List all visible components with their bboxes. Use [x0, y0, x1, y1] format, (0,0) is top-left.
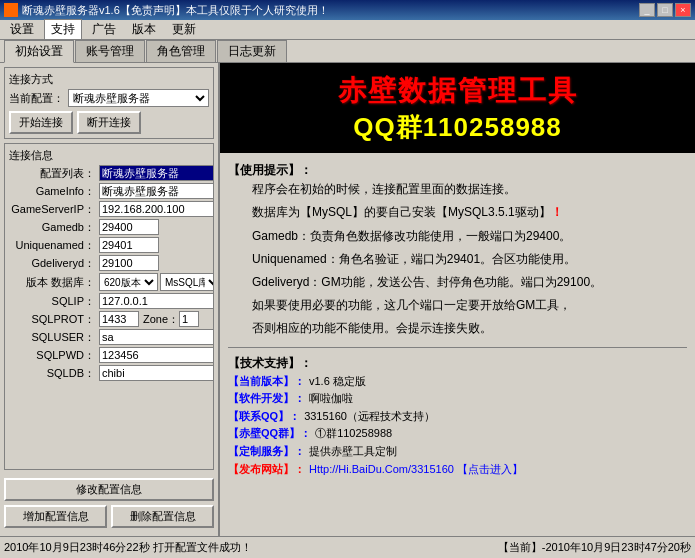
uniquenamed-value[interactable] — [99, 237, 159, 253]
version-row: 版本 数据库： 620版本 530版本 MsSQL库 MySQL库 — [9, 273, 209, 291]
gameserverip-label: GameServerIP： — [9, 202, 99, 217]
gameserverip-value[interactable] — [99, 201, 214, 217]
tip-para7: 否则相应的功能不能使用。会提示连接失败。 — [228, 319, 687, 338]
connection-title: 连接方式 — [9, 72, 209, 87]
config-dropdown[interactable]: 断魂赤壁服务器 — [68, 89, 209, 107]
zone-label: Zone： — [143, 312, 179, 327]
support-row-1: 【软件开发】： 啊啦伽啦 — [228, 390, 687, 408]
menu-support[interactable]: 支持 — [44, 19, 82, 40]
menu-version[interactable]: 版本 — [126, 20, 162, 39]
info-box: 连接信息 配置列表： GameInfo： GameServerIP： Gamed… — [4, 143, 214, 470]
gamedb-value[interactable] — [99, 219, 159, 235]
version-select[interactable]: 620版本 530版本 — [99, 273, 158, 291]
sqlprot-value[interactable] — [99, 311, 139, 327]
tab-initial[interactable]: 初始设置 — [4, 40, 74, 63]
usage-tips-title: 【使用提示】： — [228, 163, 312, 177]
support-row-2: 【联系QQ】： 3315160（远程技术支持） — [228, 408, 687, 426]
status-bar: 2010年10月9日23时46分22秒 打开配置文件成功！ 【当前】-2010年… — [0, 536, 695, 558]
gamedb-label: Gamedb： — [9, 220, 99, 235]
sqldb-value[interactable] — [99, 365, 214, 381]
uniquenamed-label: Uniquenamed： — [9, 238, 99, 253]
connect-button[interactable]: 开始连接 — [9, 111, 73, 134]
maximize-button[interactable]: □ — [657, 3, 673, 17]
tip-para5: Gdeliveryd：GM功能，发送公告、封停角色功能。端口为29100。 — [228, 273, 687, 292]
divider — [228, 347, 687, 348]
menu-update[interactable]: 更新 — [166, 20, 202, 39]
connection-box: 连接方式 当前配置： 断魂赤壁服务器 开始连接 断开连接 — [4, 67, 214, 139]
gameserverip-row: GameServerIP： — [9, 201, 209, 217]
sqlpwd-row: SQLPWD： — [9, 347, 209, 363]
sqlpwd-label: SQLPWD： — [9, 348, 99, 363]
add-delete-row: 增加配置信息 删除配置信息 — [4, 505, 214, 528]
main-content: 连接方式 当前配置： 断魂赤壁服务器 开始连接 断开连接 连接信息 配置列表： … — [0, 62, 695, 536]
app-icon — [4, 3, 18, 17]
menu-settings[interactable]: 设置 — [4, 20, 40, 39]
gameinfo-row: GameInfo： — [9, 183, 209, 199]
db-select[interactable]: MsSQL库 MySQL库 — [160, 273, 214, 291]
tip-para2: 数据库为【MySQL】的要自己安装【MySQL3.5.1驱动】！ — [228, 203, 687, 222]
sqluser-row: SQLUSER： — [9, 329, 209, 345]
tab-bar: 初始设置 账号管理 角色管理 日志更新 — [0, 40, 695, 62]
banner: 赤壁数据管理工具 QQ群110258988 — [220, 63, 695, 153]
sqlprot-label: SQLPROT： — [9, 312, 99, 327]
gamedb-row: Gamedb： — [9, 219, 209, 235]
sqluser-label: SQLUSER： — [9, 330, 99, 345]
gameinfo-value[interactable] — [99, 183, 214, 199]
info-title: 连接信息 — [9, 148, 209, 163]
config-list-row: 配置列表： — [9, 165, 209, 181]
sqlip-label: SQLIP： — [9, 294, 99, 309]
tech-support-title: 【技术支持】： — [228, 354, 687, 373]
support-value-4: 提供赤壁工具定制 — [309, 443, 397, 461]
config-list-label: 配置列表： — [9, 166, 99, 181]
status-right: 【当前】-2010年10月9日23时47分20秒 — [498, 540, 691, 555]
support-label-0: 【当前版本】： — [228, 373, 305, 391]
zone-value[interactable] — [179, 311, 199, 327]
add-config-button[interactable]: 增加配置信息 — [4, 505, 107, 528]
usage-tips: 【使用提示】： 程序会在初始的时候，连接配置里面的数据连接。 数据库为【MySQ… — [228, 161, 687, 339]
right-panel: 赤壁数据管理工具 QQ群110258988 【使用提示】： 程序会在初始的时候，… — [220, 63, 695, 536]
sqlip-value[interactable] — [99, 293, 214, 309]
menu-ad[interactable]: 广告 — [86, 20, 122, 39]
delete-config-button[interactable]: 删除配置信息 — [111, 505, 214, 528]
support-label-3: 【赤壁QQ群】： — [228, 425, 311, 443]
sqlprot-row: SQLPROT： Zone： — [9, 311, 209, 327]
support-label-5: 【发布网站】： — [228, 461, 305, 479]
sqluser-value[interactable] — [99, 329, 214, 345]
tab-account[interactable]: 账号管理 — [75, 40, 145, 62]
tip-para3: Gamedb：负责角色数据修改功能使用，一般端口为29400。 — [228, 227, 687, 246]
support-value-2: 3315160（远程技术支持） — [304, 408, 435, 426]
support-value-0: v1.6 稳定版 — [309, 373, 366, 391]
support-label-1: 【软件开发】： — [228, 390, 305, 408]
support-row-0: 【当前版本】： v1.6 稳定版 — [228, 373, 687, 391]
gdeliveryd-label: Gdeliveryd： — [9, 256, 99, 271]
uniquenamed-row: Uniquenamed： — [9, 237, 209, 253]
connect-btns: 开始连接 断开连接 — [9, 111, 209, 134]
gameinfo-label: GameInfo： — [9, 184, 99, 199]
version-label: 版本 数据库： — [9, 275, 99, 290]
tab-log[interactable]: 日志更新 — [217, 40, 287, 62]
sqlip-row: SQLIP： — [9, 293, 209, 309]
minimize-button[interactable]: _ — [639, 3, 655, 17]
support-row-4: 【定制服务】： 提供赤壁工具定制 — [228, 443, 687, 461]
tip-para1: 程序会在初始的时候，连接配置里面的数据连接。 — [228, 180, 687, 199]
tip-para6: 如果要使用必要的功能，这几个端口一定要开放给GM工具， — [228, 296, 687, 315]
title-bar: 断魂赤壁服务器v1.6【免责声明】本工具仅限于个人研究使用！ _ □ × — [0, 0, 695, 20]
tab-role[interactable]: 角色管理 — [146, 40, 216, 62]
sqlpwd-value[interactable] — [99, 347, 214, 363]
support-value-5[interactable]: Http://Hi.BaiDu.Com/3315160 【点击进入】 — [309, 461, 523, 479]
support-row-3: 【赤壁QQ群】： ①群110258988 — [228, 425, 687, 443]
config-list-value[interactable] — [99, 165, 214, 181]
support-value-3: ①群110258988 — [315, 425, 392, 443]
sqldb-row: SQLDB： — [9, 365, 209, 381]
window-controls: _ □ × — [639, 3, 691, 17]
close-button[interactable]: × — [675, 3, 691, 17]
support-label-4: 【定制服务】： — [228, 443, 305, 461]
gdeliveryd-value[interactable] — [99, 255, 159, 271]
right-content: 【使用提示】： 程序会在初始的时候，连接配置里面的数据连接。 数据库为【MySQ… — [220, 153, 695, 536]
support-value-1: 啊啦伽啦 — [309, 390, 353, 408]
modify-config-button[interactable]: 修改配置信息 — [4, 478, 214, 501]
disconnect-button[interactable]: 断开连接 — [77, 111, 141, 134]
current-config-label: 当前配置： — [9, 91, 64, 106]
status-left: 2010年10月9日23时46分22秒 打开配置文件成功！ — [4, 540, 498, 555]
gdeliveryd-row: Gdeliveryd： — [9, 255, 209, 271]
